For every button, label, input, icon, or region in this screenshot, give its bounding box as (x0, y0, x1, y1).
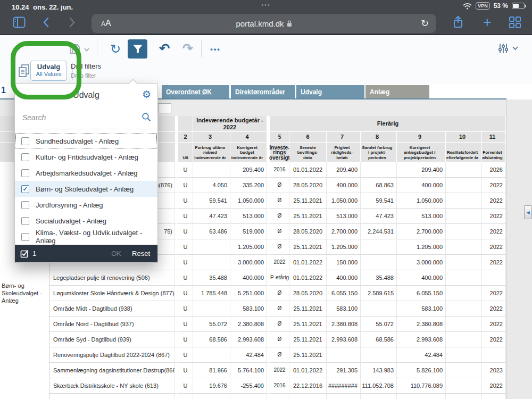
undo-icon[interactable]: ↶ (156, 40, 172, 56)
save-menu-chevron-icon[interactable] (84, 47, 90, 52)
checkbox-unchecked[interactable] (21, 153, 29, 161)
cell-c-7: 1.205.000 (327, 239, 361, 255)
dropdown-item[interactable]: Arbejdsmarkedsudvalget - Anlæg (15, 165, 157, 181)
reload-button[interactable]: ↻ (421, 18, 429, 29)
dropdown-item[interactable]: Jordforsyning - Anlæg (15, 197, 157, 213)
table-row[interactable]: Renoveringspulje Dagtilbud 2022-2024 (86… (0, 347, 506, 363)
dropdown-item-label: Arbejdsmarkedsudvalget - Anlæg (36, 169, 138, 177)
ok-button[interactable]: OK (111, 250, 121, 257)
column-number: 8 (361, 132, 397, 143)
cell-c-9 (397, 394, 446, 399)
column-filter-input[interactable] (158, 103, 171, 113)
dropdown-item[interactable]: Klima-, Vækst- og Udvik.udvalget - Anlæg (15, 229, 157, 245)
back-button[interactable] (40, 12, 51, 33)
cell-c-10 (446, 363, 482, 378)
cell-c-11: 2022 (482, 378, 506, 394)
checkbox-unchecked[interactable] (21, 137, 29, 145)
sidebar-toggle-button[interactable] (12, 12, 27, 33)
column-number: 2 (178, 132, 193, 143)
filter-button-active[interactable] (128, 39, 147, 59)
checkbox-unchecked[interactable] (21, 201, 29, 209)
table-row[interactable]: Tønder Overbygn.skole - Science skole (7… (0, 394, 506, 399)
table-row[interactable]: Legepladser pulje til renovering (506)U3… (0, 270, 506, 286)
filter-chip-title: Udvalg (31, 63, 66, 71)
cell-c-8: 35.488 (361, 270, 397, 286)
cell-c-10 (446, 193, 482, 209)
cell-c-8: 59.541 (361, 193, 397, 209)
cell-c-7: 209.400 (327, 162, 361, 178)
udvalg-filter-chip[interactable]: Udvalg All Values (30, 61, 67, 81)
table-row[interactable]: Område Midt - Dagtilbud (938)U583.100Ø25… (0, 301, 506, 317)
cell-c-5: Ø (270, 178, 289, 193)
table-row[interactable]: Sammenlægning dagsinstitutioner Døstrup(… (0, 363, 506, 378)
checkbox-unchecked[interactable] (21, 169, 29, 177)
cell-c-7: 2.380.808 (327, 317, 361, 332)
table-row[interactable]: Løgumkloster Skole Håndværk & Design (87… (0, 286, 506, 301)
table-row[interactable]: Område Nord - Dagtilbud (937)U55.0722.38… (0, 317, 506, 332)
settings-chevron-icon[interactable] (511, 46, 519, 51)
cell-c-ui: U (178, 301, 193, 317)
column-title: Korrigeret anlægsbudget i projektperiode… (397, 143, 446, 162)
dropdown-item-label: Jordforsyning - Anlæg (36, 201, 103, 209)
checkbox-unchecked[interactable] (21, 217, 29, 225)
cell-c-3 (193, 301, 230, 317)
search-input[interactable] (22, 113, 134, 122)
tab-overordnet-ok[interactable]: Overordnet ØK (162, 85, 229, 99)
column-number: 11 (482, 132, 506, 143)
dropdown-item[interactable]: Sundhedsudvalget - Anlæg (15, 133, 157, 149)
cell-c-4: 2.993.608 (230, 332, 267, 347)
cell-c-7: 150.000 (327, 255, 361, 270)
document-copy-icon[interactable] (17, 63, 31, 79)
cell-c-4: -255.400 (230, 378, 267, 394)
checkbox-checked[interactable]: ✓ (21, 185, 29, 193)
more-actions-button[interactable]: ••• (207, 44, 223, 54)
cell-c-5: Ø (270, 239, 289, 255)
cell-c-10 (446, 301, 482, 317)
new-tab-button[interactable]: + (480, 12, 495, 33)
tab-fragment[interactable]: 1 (1, 86, 6, 95)
dropdown-item[interactable]: Kultur- og Fritidsudvalget - Anlæg (15, 149, 157, 165)
column-title: Realitetsfordelt efterfølgende år (446, 143, 482, 162)
settings-sliders-icon[interactable] (497, 41, 510, 55)
refresh-icon[interactable]: ↻ (108, 40, 123, 57)
cell-c-11: 2022 (482, 209, 506, 224)
cell-c-10 (446, 270, 482, 286)
cell-c-5: 2016 (270, 378, 289, 394)
dropdown-item[interactable]: ✓Børn- og Skoleudvalget - Anlæg (15, 181, 157, 197)
cell-c-8: 68.863 (361, 178, 397, 193)
cell-c-ui: U (178, 347, 193, 363)
column-number: 7 (327, 132, 361, 143)
table-row[interactable]: Område Syd - Dagtilbud (939)U68.5862.993… (0, 332, 506, 347)
reset-button[interactable]: Reset (132, 250, 150, 257)
cell-c-6: 28.05.2020 (289, 224, 327, 239)
cell-c-9: 2.380.808 (397, 317, 446, 332)
cell-c-5: P-etårige (270, 270, 289, 286)
gear-icon[interactable]: ⚙ (142, 89, 151, 101)
ipad-screen: 10.24 ons. 22. jun. ••• VPN 53 % AA (0, 0, 532, 399)
selected-count-icon (20, 249, 29, 258)
save-icon[interactable] (68, 43, 82, 55)
redo-icon[interactable]: ↷ (180, 40, 196, 56)
cell-c-9: 5.826.100 (397, 363, 446, 378)
cell-c-9: 2.993.608 (397, 332, 446, 347)
checkbox-unchecked[interactable] (21, 233, 29, 241)
cell-c-4 (230, 394, 267, 399)
lock-icon (287, 20, 292, 27)
tab-anlaeg[interactable]: Anlæg (365, 85, 429, 99)
tabs-overview-button[interactable] (507, 12, 523, 33)
cell-c-7: 1.050.000 (327, 193, 361, 209)
scroll-left-arrow[interactable]: ◀ (524, 205, 532, 219)
cell-c-3: 68.586 (193, 332, 230, 347)
cell-c-8 (361, 239, 397, 255)
share-button[interactable] (451, 12, 465, 33)
search-icon[interactable] (142, 112, 151, 122)
address-bar[interactable]: AA portal.kmd.dk ↻ (92, 14, 436, 33)
cell-c-8 (361, 394, 397, 399)
cell-c-10 (446, 286, 482, 301)
table-row[interactable]: Skærbæk Distriktsskole - NY skole (613)U… (0, 378, 506, 394)
tab-udvalg[interactable]: Udvalg (296, 85, 364, 99)
dropdown-item[interactable]: Socialudvalget - Anlæg (15, 213, 157, 229)
forward-button[interactable] (67, 12, 78, 33)
reader-aa-button[interactable]: AA (101, 19, 111, 28)
tab-direktoromrader[interactable]: Direktørområder (231, 85, 295, 99)
